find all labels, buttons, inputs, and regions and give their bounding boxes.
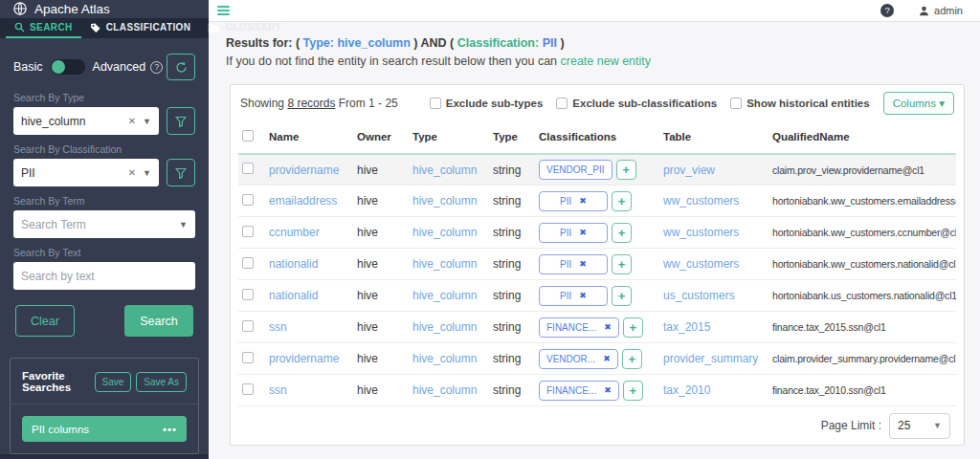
qualifiedname-cell: finance.tax_2010.ssn@cl1 [768,375,956,406]
tab-search[interactable]: SEARCH [6,18,81,38]
search-text-input[interactable] [13,262,195,290]
classification-tag[interactable]: VENDOR...✖ [539,349,618,369]
classification-filter-button[interactable] [167,159,195,186]
table-link[interactable]: provider_summary [663,352,758,365]
select-all-checkbox[interactable] [242,130,254,142]
save-as-button[interactable]: Save As [136,372,187,392]
remove-classification-icon[interactable]: ✖ [579,259,587,269]
type-filter-button[interactable] [167,107,195,135]
classification-tag[interactable]: FINANCE...✖ [539,317,619,338]
classification-tag[interactable]: PII✖ [539,286,608,306]
add-classification-button[interactable]: + [612,191,632,211]
classification-select[interactable]: PII ✕ ▼ [13,159,159,186]
exclude-subclassifications-checkbox[interactable] [556,98,568,109]
row-checkbox[interactable] [242,289,254,300]
add-classification-button[interactable]: + [623,381,643,401]
add-classification-button[interactable]: + [612,223,632,243]
table-link[interactable]: tax_2010 [663,383,710,397]
clear-classification-icon[interactable]: ✕ [128,167,136,178]
entity-name-link[interactable]: nationalid [269,257,318,271]
hamburger-menu-icon[interactable] [217,6,230,15]
add-classification-button[interactable]: + [616,160,636,180]
clear-button[interactable]: Clear [15,305,75,337]
tab-glossary[interactable]: GLOSSARY [199,18,290,38]
entity-type-link[interactable]: hive_column [412,320,477,334]
remove-classification-icon[interactable]: ✖ [603,354,611,363]
show-historical-checkbox[interactable] [730,98,742,109]
search-by-classification-label: Search By Classification [13,143,195,155]
table-link[interactable]: ww_customers [663,194,739,208]
datatype-cell: string [489,312,535,343]
refresh-button[interactable] [167,54,195,80]
row-checkbox[interactable] [242,383,254,395]
row-checkbox[interactable] [242,257,254,269]
row-checkbox[interactable] [242,163,254,174]
entity-type-link[interactable]: hive_column [412,289,477,302]
datatype-cell: string [489,375,535,406]
remove-classification-icon[interactable]: ✖ [604,322,612,332]
create-new-entity-link[interactable]: create new entity [561,55,652,68]
results-card: Showing 8 records From 1 - 25 Exclude su… [230,84,965,447]
datatype-cell: string [489,217,535,249]
table-link[interactable]: ww_customers [663,257,739,271]
records-count-link[interactable]: 8 records [287,97,335,110]
table-link[interactable]: us_customers [663,289,735,302]
entity-type-link[interactable]: hive_column [412,383,477,397]
add-classification-button[interactable]: + [622,349,642,369]
page-limit-select[interactable]: 25 ▼ [889,413,950,439]
entity-name-link[interactable]: emailaddress [269,194,337,208]
help-question-icon[interactable]: ? [150,61,163,74]
exclude-subtypes-checkbox[interactable] [430,98,441,109]
qualifiedname-cell: claim.provider_summary.providername@cl1 [768,343,956,375]
entity-type-link[interactable]: hive_column [412,226,477,239]
tab-classification[interactable]: CLASSIFICATION [81,18,200,38]
help-icon[interactable]: ? [880,4,894,17]
row-checkbox[interactable] [242,194,254,206]
entity-type-link[interactable]: hive_column [412,194,477,208]
remove-classification-icon[interactable]: ✖ [579,228,587,237]
entity-type-link[interactable]: hive_column [412,164,477,177]
add-classification-button[interactable]: + [623,317,643,338]
classification-tag[interactable]: VENDOR_PII [539,160,612,180]
remove-classification-icon[interactable]: ✖ [604,385,612,395]
row-checkbox[interactable] [242,352,254,363]
table-row: providernamehivehive_columnstringVENDOR_… [238,154,956,186]
entity-name-link[interactable]: ssn [269,320,287,334]
classification-tag[interactable]: PII✖ [539,254,608,274]
add-classification-button[interactable]: + [612,286,632,306]
remove-classification-icon[interactable]: ✖ [579,291,587,300]
entity-name-link[interactable]: ccnumber [269,226,320,239]
remove-classification-icon[interactable]: ✖ [579,196,587,206]
row-checkbox[interactable] [242,320,254,332]
showing-records-text: Showing 8 records From 1 - 25 [240,97,398,110]
entity-type-link[interactable]: hive_column [412,257,477,271]
add-classification-button[interactable]: + [612,254,632,274]
more-options-icon[interactable]: ••• [163,424,177,435]
table-link[interactable]: tax_2015 [663,320,710,334]
clear-type-icon[interactable]: ✕ [128,116,136,126]
user-menu[interactable]: admin [919,5,963,16]
term-select-placeholder: Search Term [21,218,86,231]
row-checkbox[interactable] [242,226,254,237]
columns-dropdown-button[interactable]: Columns ▾ [883,92,954,115]
tab-search-label: SEARCH [30,22,73,33]
term-select[interactable]: Search Term ▼ [13,210,195,238]
classification-tag[interactable]: FINANCE...✖ [539,381,619,401]
entity-name-link[interactable]: nationalid [269,289,318,302]
type-select[interactable]: hive_column ✕ ▼ [13,107,159,135]
save-button[interactable]: Save [95,372,132,392]
classification-tag[interactable]: PII✖ [539,223,608,243]
basic-label: Basic [13,60,43,74]
table-link[interactable]: prov_view [663,164,715,177]
favorite-search-item[interactable]: PII columns ••• [22,416,187,442]
classification-tag[interactable]: PII✖ [539,191,608,211]
funnel-icon [175,167,187,179]
basic-advanced-toggle[interactable] [51,59,85,75]
entity-name-link[interactable]: providername [269,164,339,177]
entity-name-link[interactable]: ssn [269,383,287,397]
search-button[interactable]: Search [124,305,193,337]
folder-icon [208,22,220,33]
table-link[interactable]: ww_customers [663,226,739,239]
entity-type-link[interactable]: hive_column [412,352,477,365]
entity-name-link[interactable]: providername [269,352,339,365]
